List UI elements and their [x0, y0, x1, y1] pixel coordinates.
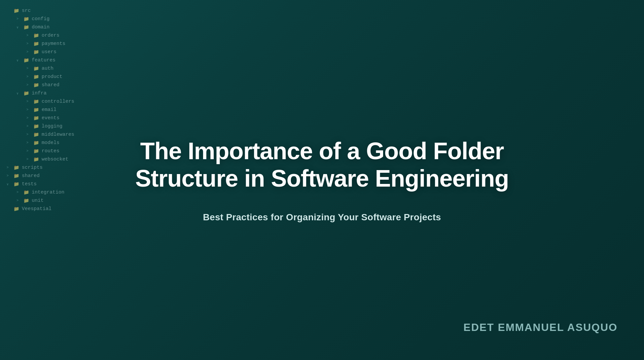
author-label: EDET EMMANUEL ASUQUO [463, 321, 618, 334]
page-title: The Importance of a Good Folder Structur… [124, 137, 520, 192]
main-content: The Importance of a Good Folder Structur… [0, 0, 644, 360]
page-subtitle: Best Practices for Organizing Your Softw… [203, 212, 441, 223]
